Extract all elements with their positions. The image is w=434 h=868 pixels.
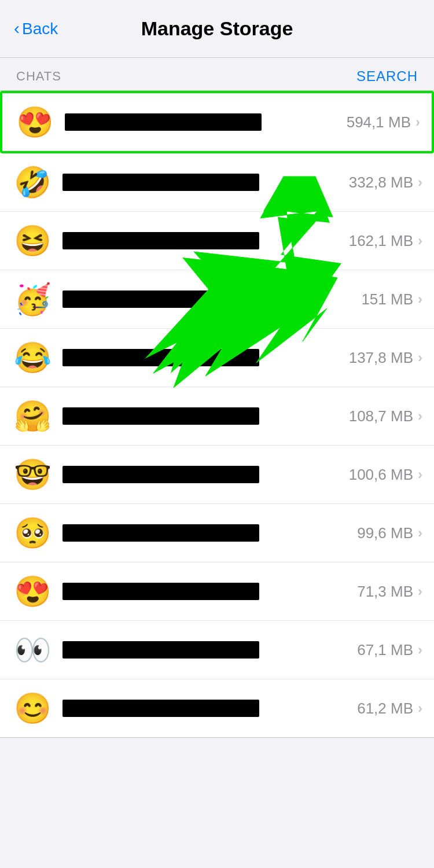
chevron-right-icon: › [418, 408, 422, 424]
chat-list: 😍594,1 MB›🤣332,8 MB›😆162,1 MB›🥳151 MB›😂1… [0, 90, 434, 738]
chat-size: 151 MB› [361, 290, 422, 308]
chat-size: 162,1 MB› [349, 232, 422, 250]
chat-name-redacted [62, 174, 259, 191]
chevron-right-icon: › [418, 466, 422, 483]
chat-name-redacted [62, 349, 259, 366]
chat-row[interactable]: 🤗108,7 MB› [0, 387, 434, 446]
size-text: 151 MB [361, 290, 413, 308]
chat-avatar: 🤣 [12, 161, 53, 203]
chat-avatar: 👀 [12, 629, 53, 671]
chat-info [65, 113, 347, 131]
chevron-right-icon: › [418, 642, 422, 658]
chat-avatar: 😍 [14, 101, 56, 143]
chat-info [62, 583, 357, 600]
chat-avatar: 🥺 [12, 512, 53, 554]
chat-size: 332,8 MB› [349, 174, 422, 192]
chat-avatar: 🤓 [12, 454, 53, 495]
chat-info [62, 290, 361, 308]
size-text: 99,6 MB [357, 524, 413, 542]
chat-avatar: 🥳 [12, 278, 53, 320]
chat-size: 67,1 MB› [357, 641, 422, 659]
back-button[interactable]: ‹ Back [14, 20, 58, 38]
size-text: 332,8 MB [349, 174, 413, 192]
chat-size: 594,1 MB› [347, 113, 420, 131]
chat-name-redacted [62, 583, 259, 600]
size-text: 61,2 MB [357, 700, 413, 718]
size-text: 594,1 MB [347, 113, 411, 131]
chat-info [62, 232, 349, 249]
search-button[interactable]: SEARCH [356, 68, 418, 84]
chat-size: 100,6 MB› [349, 466, 422, 484]
chat-info [62, 700, 357, 717]
chevron-left-icon: ‹ [14, 19, 20, 38]
chat-row[interactable]: 😊61,2 MB› [0, 679, 434, 737]
chat-name-redacted [62, 700, 259, 717]
page-title: Manage Storage [141, 17, 293, 40]
chevron-right-icon: › [418, 233, 422, 249]
size-text: 108,7 MB [349, 407, 413, 425]
chat-row[interactable]: 🤓100,6 MB› [0, 446, 434, 504]
chat-info [62, 466, 349, 483]
chat-row[interactable]: 🥳151 MB› [0, 270, 434, 329]
chat-row[interactable]: 🥺99,6 MB› [0, 504, 434, 562]
chat-info [62, 407, 349, 425]
chevron-right-icon: › [418, 174, 422, 190]
chat-row[interactable]: 😆162,1 MB› [0, 212, 434, 270]
chat-size: 108,7 MB› [349, 407, 422, 425]
chevron-right-icon: › [418, 583, 422, 599]
chat-row[interactable]: 😂137,8 MB› [0, 329, 434, 387]
chat-info [62, 349, 349, 366]
chats-section-label: CHATS [16, 69, 61, 84]
chat-row[interactable]: 😍594,1 MB› [0, 91, 434, 153]
size-text: 71,3 MB [357, 583, 413, 601]
chat-avatar: 😍 [12, 571, 53, 612]
chat-name-redacted [62, 641, 259, 659]
size-text: 137,8 MB [349, 349, 413, 367]
chat-avatar: 😆 [12, 220, 53, 262]
section-header: CHATS SEARCH [0, 58, 434, 90]
chat-size: 61,2 MB› [357, 700, 422, 718]
back-label: Back [22, 20, 58, 38]
size-text: 100,6 MB [349, 466, 413, 484]
size-text: 162,1 MB [349, 232, 413, 250]
chat-info [62, 641, 357, 659]
header: ‹ Back Manage Storage [0, 0, 434, 58]
chat-name-redacted [62, 524, 259, 542]
chat-avatar: 😂 [12, 337, 53, 378]
chat-name-redacted [62, 407, 259, 425]
chat-row[interactable]: 👀67,1 MB› [0, 621, 434, 679]
size-text: 67,1 MB [357, 641, 413, 659]
chat-name-redacted [62, 466, 259, 483]
chat-size: 137,8 MB› [349, 349, 422, 367]
chevron-right-icon: › [418, 700, 422, 716]
chevron-right-icon: › [418, 525, 422, 541]
chat-size: 99,6 MB› [357, 524, 422, 542]
chat-row[interactable]: 😍71,3 MB› [0, 562, 434, 621]
chevron-right-icon: › [418, 350, 422, 366]
chat-info [62, 524, 357, 542]
chat-row[interactable]: 🤣332,8 MB› [0, 153, 434, 212]
chevron-right-icon: › [415, 114, 420, 130]
chat-name-redacted [65, 113, 262, 131]
chat-avatar: 😊 [12, 687, 53, 729]
chat-name-redacted [62, 232, 259, 249]
chevron-right-icon: › [418, 291, 422, 307]
chat-name-redacted [62, 290, 259, 308]
chat-info [62, 174, 349, 191]
chat-avatar: 🤗 [12, 395, 53, 437]
chat-size: 71,3 MB› [357, 583, 422, 601]
